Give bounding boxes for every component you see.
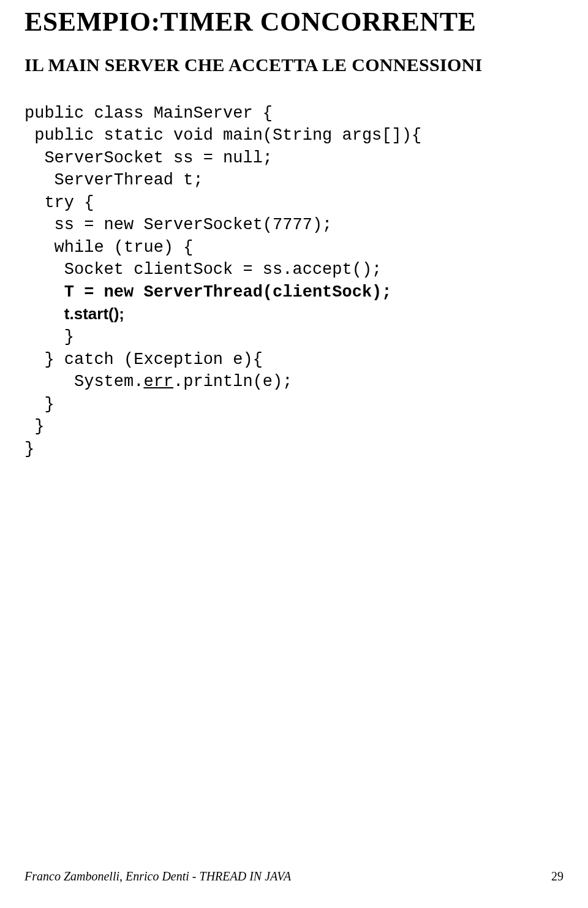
code-underline: err [143,373,173,391]
code-bold-sans: t.start(); [64,305,124,323]
code-line: ss = new ServerSocket(7777); [24,216,332,234]
code-bold: T = new ServerThread(clientSock); [64,283,392,301]
code-line: } catch (Exception e){ [24,350,263,369]
code-line [24,283,64,301]
code-line: try { [24,194,94,212]
code-line: Socket clientSock = ss.accept(); [24,260,382,279]
code-line [24,306,64,324]
code-line: } [24,440,34,458]
footer-text: Franco Zambonelli, Enrico Denti - THREAD… [24,869,291,883]
page-footer: Franco Zambonelli, Enrico Denti - THREAD… [24,869,564,883]
code-line: public class MainServer { [24,104,273,123]
page-number: 29 [551,869,564,883]
code-line: System. [24,373,143,391]
code-line: } [24,328,74,346]
section-subheading: IL MAIN SERVER CHE ACCETTA LE CONNESSION… [24,55,564,75]
code-line: public static void main(String args[]){ [24,126,421,145]
code-line: ServerSocket ss = null; [24,149,273,167]
code-line: .println(e); [173,373,292,391]
code-line: ServerThread t; [24,171,203,189]
code-block: public class MainServer { public static … [24,102,564,460]
code-line: } [24,395,55,414]
page-title: ESEMPIO:TIMER CONCORRENTE [24,6,564,37]
code-line: } [24,417,44,436]
code-line: while (true) { [24,238,193,257]
